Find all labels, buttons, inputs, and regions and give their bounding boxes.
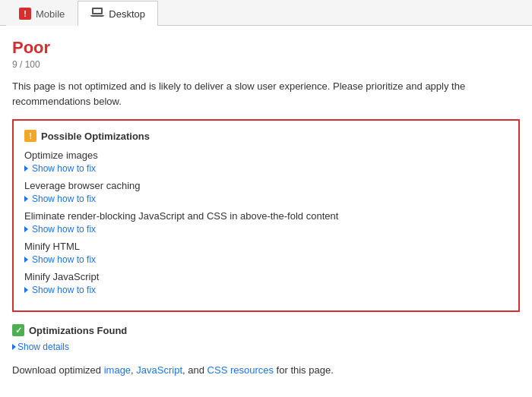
tabs-bar: ! Mobile Desktop [0,0,532,26]
download-sep2: , and [182,364,207,376]
main-content: Poor 9 / 100 This page is not optimized … [0,26,532,390]
show-fix-text-1: Show how to fix [32,163,96,174]
optimizations-header: ! Possible Optimizations [24,130,508,142]
tab-desktop-label: Desktop [109,8,145,20]
download-text-before: Download optimized [12,364,104,376]
optimizations-found-section: ✓ Optimizations Found Show details [12,324,520,352]
download-section: Download optimized image, JavaScript, an… [12,363,520,378]
opt-item-5: Minify JavaScript Show how to fix [24,271,508,295]
show-fix-link-4[interactable]: Show how to fix [24,254,96,265]
show-fix-text-2: Show how to fix [32,194,96,204]
show-fix-link-3[interactable]: Show how to fix [24,224,96,235]
show-fix-link-1[interactable]: Show how to fix [24,163,96,174]
opt-item-3: Eliminate render-blocking JavaScript and… [24,210,508,235]
arrow-icon-1 [24,165,28,172]
opt-item-4-title: Minify HTML [24,241,508,252]
download-link-css[interactable]: CSS resources [207,364,274,376]
check-icon: ✓ [12,324,24,336]
show-fix-link-5[interactable]: Show how to fix [24,285,96,295]
show-fix-text-4: Show how to fix [32,254,96,265]
desktop-laptop-icon [90,8,104,20]
arrow-icon-4 [24,257,28,263]
page-description: This page is not optimized and is likely… [12,79,520,109]
tab-desktop[interactable]: Desktop [78,1,158,26]
opt-item-3-title: Eliminate render-blocking JavaScript and… [24,210,508,222]
arrow-icon-details [12,344,16,350]
download-link-js[interactable]: JavaScript [136,364,182,376]
score-label: Poor [12,38,520,58]
show-fix-text-5: Show how to fix [32,285,96,295]
mobile-badge-icon: ! [19,8,31,20]
show-details-link[interactable]: Show details [12,342,69,352]
opt-item-4: Minify HTML Show how to fix [24,241,508,265]
arrow-icon-3 [24,226,28,232]
show-fix-text-3: Show how to fix [32,224,96,235]
show-details-text: Show details [17,342,69,352]
download-text-after: for this page. [274,364,334,376]
opt-item-2-title: Leverage browser caching [24,180,508,191]
optimizations-header-label: Possible Optimizations [41,131,150,142]
opt-item-2: Leverage browser caching Show how to fix [24,180,508,204]
arrow-icon-2 [24,196,28,202]
download-link-image[interactable]: image [104,364,131,376]
opt-item-1: Optimize images Show how to fix [24,150,508,174]
arrow-icon-5 [24,287,28,293]
possible-optimizations-box: ! Possible Optimizations Optimize images… [12,119,520,312]
tab-mobile[interactable]: ! Mobile [6,1,78,26]
opt-item-5-title: Minify JavaScript [24,271,508,282]
score-value: 9 / 100 [12,59,520,70]
opt-item-1-title: Optimize images [24,150,508,161]
show-fix-link-2[interactable]: Show how to fix [24,194,96,204]
warn-icon: ! [24,130,36,142]
score-section: Poor 9 / 100 [12,38,520,70]
tab-mobile-label: Mobile [36,8,65,20]
found-header-label: Optimizations Found [29,325,127,336]
found-header: ✓ Optimizations Found [12,324,520,336]
